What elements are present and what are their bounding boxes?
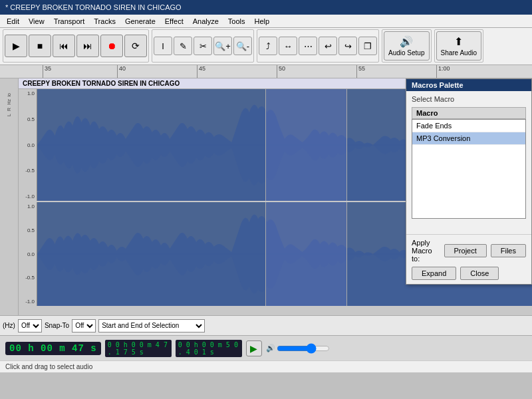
volume-icon: 🔊 bbox=[266, 344, 275, 352]
freq-label: (Hz) bbox=[3, 322, 15, 329]
macros-footer: Apply Macro to: Project Files Expand Clo… bbox=[406, 234, 531, 284]
zoom-in-tool[interactable]: 🔍+ bbox=[213, 37, 232, 55]
menu-tracks[interactable]: Tracks bbox=[90, 17, 120, 26]
y-label-b2: 0.5 bbox=[19, 227, 37, 233]
track-label-l: L bbox=[5, 112, 13, 118]
apply-macro-row: Apply Macro to: Project Files bbox=[412, 239, 526, 263]
freq-select[interactable]: Off bbox=[18, 319, 42, 332]
menu-generate[interactable]: Generate bbox=[121, 17, 160, 26]
title-bar: * CREEPY BROKEN TORNADO SIREN IN CHICAGO bbox=[0, 0, 532, 15]
record-button[interactable]: ⏺ bbox=[100, 35, 123, 57]
title-text: * CREEPY BROKEN TORNADO SIREN IN CHICAGO bbox=[5, 3, 182, 11]
y-label-b1: 1.0 bbox=[19, 203, 37, 209]
ruler-mark-55: 55 bbox=[356, 65, 365, 78]
apply-macro-label: Apply Macro to: bbox=[412, 239, 440, 263]
bottom-transport: 00 h 00 m 47 s 0 0 h 0 0 m 4 7 . 1 7 5 s… bbox=[0, 335, 532, 360]
close-macros-button[interactable]: Close bbox=[460, 267, 499, 280]
draw-tool[interactable]: ✎ bbox=[174, 37, 192, 55]
y-label-b4: -0.5 bbox=[19, 275, 37, 281]
macro-list: Fade Ends MP3 Conversion bbox=[412, 119, 526, 219]
macro-column-header: Macro bbox=[412, 107, 526, 119]
ruler-mark-50: 50 bbox=[277, 65, 285, 78]
volume-slider-container: 🔊 bbox=[266, 344, 330, 353]
skip-fwd-button[interactable]: ⏭ bbox=[76, 35, 99, 57]
menu-view[interactable]: View bbox=[25, 17, 49, 26]
y-label-2: 0.5 bbox=[19, 116, 37, 122]
expand-button[interactable]: Expand bbox=[412, 267, 456, 280]
y-label-1: 1.0 bbox=[19, 90, 37, 96]
macro-item-mp3-conversion[interactable]: MP3 Conversion bbox=[412, 132, 525, 145]
macros-buttons: Expand Close bbox=[412, 267, 526, 280]
timeline-ruler: 35 40 45 50 55 1:00 bbox=[0, 65, 532, 78]
y-label-b3: 0.0 bbox=[19, 251, 37, 257]
files-button[interactable]: Files bbox=[491, 244, 526, 257]
ruler-mark-40: 40 bbox=[117, 65, 126, 78]
start-time-input[interactable]: 0 0 h 0 0 m 4 7 . 1 7 5 s bbox=[105, 340, 172, 357]
macro-item-fade-ends[interactable]: Fade Ends bbox=[412, 120, 525, 132]
trim-btn[interactable]: ❐ bbox=[358, 37, 377, 55]
select-tool[interactable]: I bbox=[154, 37, 172, 55]
skip-back-button[interactable]: ⏮ bbox=[53, 35, 75, 57]
y-label-5: -1.0 bbox=[19, 194, 37, 200]
track-controls: io Hz R L bbox=[0, 78, 19, 315]
macros-body: Select Macro Macro Fade Ends MP3 Convers… bbox=[406, 91, 531, 234]
click-drag-text: Click and drag to select audio bbox=[5, 363, 92, 370]
track-label-r: R bbox=[5, 106, 13, 112]
y-label-3: 0.0 bbox=[19, 142, 37, 148]
status-bar: (Hz) Off Snap-To Off Start and End of Se… bbox=[0, 315, 532, 335]
click-drag-status: Click and drag to select audio bbox=[0, 360, 532, 372]
selection-overlay-top bbox=[265, 89, 348, 201]
multi-tool[interactable]: ✂ bbox=[194, 37, 212, 55]
selection-mode-select[interactable]: Start and End of Selection bbox=[98, 319, 205, 332]
ruler-mark-100: 1:00 bbox=[436, 65, 450, 78]
toolbar: ▶ ■ ⏮ ⏭ ⏺ ⟳ I ✎ ✂ 🔍+ 🔍- ⤴ ↔ ⋯ ↩ ↪ ❐ 🔊 Au… bbox=[0, 28, 532, 65]
y-axis-bottom: 1.0 0.5 0.0 -0.5 -1.0 bbox=[19, 202, 37, 306]
time-shift-tool[interactable]: ↔ bbox=[279, 37, 297, 55]
menu-analyze[interactable]: Analyze bbox=[189, 17, 223, 26]
spectral-tool[interactable]: ⋯ bbox=[299, 37, 317, 55]
y-label-4: -0.5 bbox=[19, 168, 37, 174]
undo-btn[interactable]: ↩ bbox=[319, 37, 337, 55]
extra-tools: ⤴ ↔ ⋯ ↩ ↪ ❐ bbox=[257, 29, 379, 63]
stop-button[interactable]: ■ bbox=[29, 35, 51, 57]
macros-select-label: Select Macro bbox=[412, 95, 526, 103]
track-title: CREEPY BROKEN TORNADO SIREN IN CHICAGO bbox=[23, 80, 180, 87]
bottom-play-button[interactable]: ▶ bbox=[246, 340, 262, 356]
snap-label: Snap-To bbox=[45, 322, 69, 329]
selection-overlay-bottom bbox=[265, 202, 348, 306]
audio-setup-group: 🔊 Audio Setup bbox=[382, 29, 432, 63]
ruler-mark-45: 45 bbox=[197, 65, 205, 78]
menu-edit[interactable]: Edit bbox=[3, 17, 23, 26]
zoom-out-tool[interactable]: 🔍- bbox=[233, 37, 252, 55]
transport-controls: ▶ ■ ⏮ ⏭ ⏺ ⟳ bbox=[3, 29, 149, 63]
menu-transport[interactable]: Transport bbox=[50, 17, 89, 26]
end-time-input[interactable]: 0 0 h 0 0 m 5 0 . 4 0 1 s bbox=[176, 340, 242, 357]
macros-palette: Macros Palette Select Macro Macro Fade E… bbox=[406, 78, 532, 285]
project-button[interactable]: Project bbox=[444, 244, 487, 257]
main-area: io Hz R L CREEPY BROKEN TORNADO SIREN IN… bbox=[0, 78, 532, 315]
y-axis-top: 1.0 0.5 0.0 -0.5 -1.0 bbox=[19, 89, 37, 201]
snap-select[interactable]: Off bbox=[72, 319, 96, 332]
share-audio-button[interactable]: ⬆ Share Audio bbox=[436, 31, 482, 61]
track-label-hz: Hz bbox=[5, 98, 13, 106]
envelope-tool[interactable]: ⤴ bbox=[259, 37, 277, 55]
tools-group: I ✎ ✂ 🔍+ 🔍- bbox=[152, 29, 254, 63]
audio-setup-button[interactable]: 🔊 Audio Setup bbox=[384, 31, 430, 61]
menu-effect[interactable]: Effect bbox=[161, 17, 188, 26]
redo-btn[interactable]: ↪ bbox=[338, 37, 357, 55]
volume-slider[interactable] bbox=[277, 344, 330, 353]
macros-title: Macros Palette bbox=[406, 79, 531, 91]
play-button[interactable]: ▶ bbox=[5, 35, 27, 57]
share-audio-group: ⬆ Share Audio bbox=[434, 29, 484, 63]
ruler-mark-35: 35 bbox=[43, 65, 51, 78]
main-time-display: 00 h 00 m 47 s bbox=[5, 342, 101, 355]
menu-help[interactable]: Help bbox=[251, 17, 274, 26]
y-label-b5: -1.0 bbox=[19, 299, 37, 305]
menu-bar: Edit View Transport Tracks Generate Effe… bbox=[0, 15, 532, 28]
menu-tools[interactable]: Tools bbox=[224, 17, 249, 26]
loop-button[interactable]: ⟳ bbox=[124, 35, 147, 57]
